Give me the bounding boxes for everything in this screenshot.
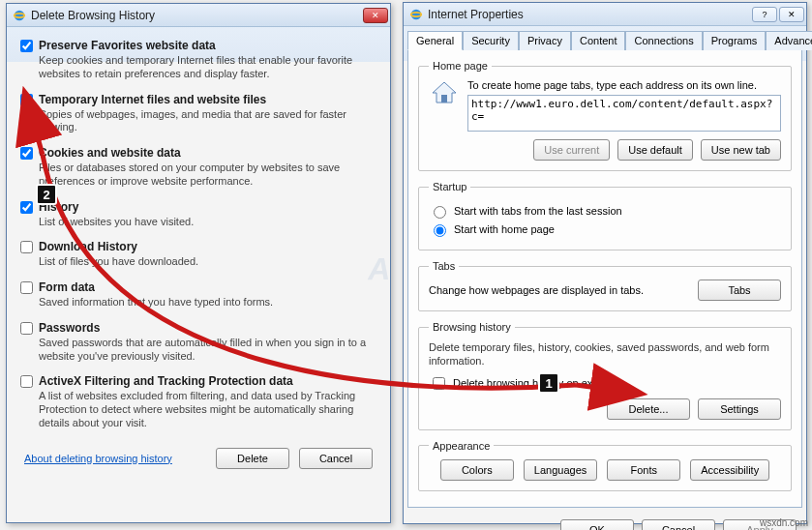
history-row: History List of websites you have visite… (20, 200, 376, 229)
browsing-history-desc: Delete temporary files, history, cookies… (429, 340, 781, 368)
history-desc: List of websites you have visited. (39, 216, 194, 229)
browsing-history-legend: Browsing history (429, 321, 515, 333)
titlebar: Internet Properties ? ✕ (404, 3, 806, 26)
tabs-desc: Change how webpages are displayed in tab… (429, 284, 644, 296)
passwords-checkbox[interactable] (20, 322, 33, 335)
bh-delete-button[interactable]: Delete... (607, 398, 690, 420)
source-footer: wsxdn.com (760, 517, 808, 528)
tab-privacy[interactable]: Privacy (519, 31, 571, 50)
form-data-checkbox[interactable] (20, 281, 33, 294)
preserve-favorites-desc: Keep cookies and temporary Internet file… (39, 54, 376, 81)
close-icon[interactable]: ✕ (779, 7, 804, 22)
download-history-row: Download History List of files you have … (20, 240, 376, 269)
homepage-legend: Home page (429, 60, 492, 72)
help-icon[interactable]: ? (752, 7, 777, 22)
tab-general[interactable]: General (407, 31, 463, 50)
startup-home-page-label: Start with home page (454, 223, 555, 235)
temp-internet-files-row: Temporary Internet files and website fil… (20, 93, 376, 135)
delete-browsing-history-dialog: Delete Browsing History ✕ Preserve Favor… (6, 3, 391, 523)
cookies-checkbox[interactable] (20, 147, 33, 160)
svg-point-2 (411, 9, 422, 19)
dialog-title: Internet Properties (428, 8, 752, 21)
tabstrip: General Security Privacy Content Connect… (407, 30, 802, 49)
bh-settings-button[interactable]: Settings (698, 398, 781, 420)
activex-row: ActiveX Filtering and Tracking Protectio… (20, 374, 376, 429)
startup-last-session-label: Start with tabs from the last session (454, 205, 622, 217)
delete-on-exit-checkbox[interactable] (433, 377, 445, 390)
tabs-button[interactable]: Tabs (698, 280, 781, 301)
download-history-desc: List of files you have downloaded. (39, 255, 198, 269)
use-default-button[interactable]: Use default (617, 139, 693, 161)
preserve-favorites-row: Preserve Favorites website data Keep coo… (20, 39, 376, 81)
fonts-button[interactable]: Fonts (607, 459, 680, 481)
temp-internet-files-desc: Copies of webpages, images, and media th… (39, 108, 376, 135)
homepage-hint: To create home page tabs, type each addr… (467, 79, 781, 91)
form-data-label: Form data (39, 280, 273, 294)
titlebar: Delete Browsing History ✕ (7, 4, 390, 27)
close-icon[interactable]: ✕ (363, 8, 388, 23)
languages-button[interactable]: Languages (524, 459, 597, 481)
cookies-desc: Files or databases stored on your comput… (39, 162, 376, 189)
download-history-label: Download History (39, 240, 198, 253)
passwords-desc: Saved passwords that are automatically f… (39, 337, 376, 364)
preserve-favorites-label: Preserve Favorites website data (39, 39, 376, 52)
appearance-legend: Appearance (429, 440, 494, 452)
ie-icon (13, 9, 26, 22)
activex-checkbox[interactable] (20, 375, 33, 388)
about-deleting-link[interactable]: About deleting browsing history (24, 453, 172, 464)
ok-button[interactable]: OK (560, 519, 634, 530)
homepage-group: Home page To create home page tabs, type… (418, 60, 792, 171)
passwords-label: Passwords (39, 321, 376, 335)
form-data-row: Form data Saved information that you hav… (20, 280, 376, 309)
colors-button[interactable]: Colors (440, 459, 514, 481)
appearance-group: Appearance Colors Languages Fonts Access… (418, 440, 792, 491)
cancel-button[interactable]: Cancel (299, 448, 373, 469)
dialog-footer: OK Cancel Apply (404, 512, 806, 530)
temp-internet-files-label: Temporary Internet files and website fil… (39, 93, 376, 106)
history-checkbox[interactable] (20, 201, 33, 214)
passwords-row: Passwords Saved passwords that are autom… (20, 321, 376, 364)
svg-point-0 (15, 10, 25, 20)
startup-home-page-radio[interactable] (434, 224, 446, 237)
delete-button[interactable]: Delete (216, 448, 289, 469)
general-panel: Home page To create home page tabs, type… (407, 49, 802, 508)
download-history-checkbox[interactable] (20, 241, 33, 253)
svg-rect-5 (441, 95, 447, 103)
accessibility-button[interactable]: Accessibility (690, 459, 769, 481)
tab-advanced[interactable]: Advanced (766, 31, 812, 50)
cookies-label: Cookies and website data (39, 146, 376, 160)
startup-last-session-radio[interactable] (434, 206, 446, 219)
browsing-history-group: Browsing history Delete temporary files,… (418, 321, 792, 430)
cancel-button[interactable]: Cancel (642, 519, 715, 530)
dialog-title: Delete Browsing History (31, 9, 363, 22)
tabs-group: Tabs Change how webpages are displayed i… (418, 260, 792, 311)
annotation-badge-2: 2 (36, 184, 57, 205)
form-data-desc: Saved information that you have typed in… (39, 296, 273, 309)
use-new-tab-button[interactable]: Use new tab (701, 139, 781, 161)
annotation-badge-1: 1 (538, 372, 559, 394)
dialog-body: Preserve Favorites website data Keep coo… (7, 27, 390, 481)
tabs-legend: Tabs (429, 260, 459, 272)
temp-internet-files-checkbox[interactable] (20, 94, 33, 106)
startup-group: Startup Start with tabs from the last se… (418, 181, 792, 250)
history-label: History (39, 200, 194, 214)
use-current-button[interactable]: Use current (533, 139, 610, 161)
tab-programs[interactable]: Programs (703, 31, 767, 50)
ie-icon (409, 8, 423, 21)
tab-connections[interactable]: Connections (625, 31, 702, 50)
activex-label: ActiveX Filtering and Tracking Protectio… (39, 374, 376, 388)
delete-on-exit-label: Delete browsing history on exit (453, 377, 598, 389)
activex-desc: A list of websites excluded from filteri… (39, 390, 376, 429)
homepage-url-input[interactable] (467, 95, 781, 132)
startup-legend: Startup (429, 181, 470, 192)
cookies-row: Cookies and website data Files or databa… (20, 146, 376, 189)
home-icon (429, 79, 460, 106)
tab-content[interactable]: Content (571, 31, 626, 50)
internet-properties-dialog: Internet Properties ? ✕ General Security… (403, 2, 807, 524)
tab-security[interactable]: Security (463, 31, 519, 50)
preserve-favorites-checkbox[interactable] (20, 40, 33, 52)
